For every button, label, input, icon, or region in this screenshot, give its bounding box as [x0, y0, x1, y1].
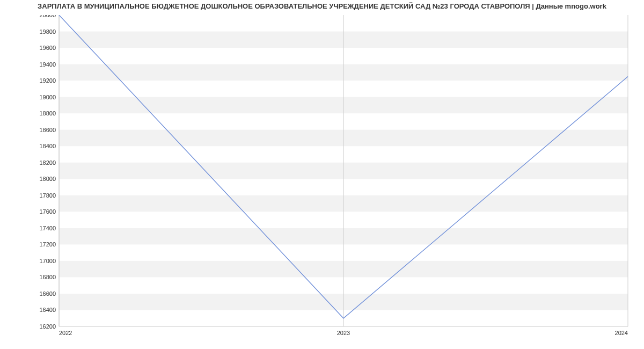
y-tick-label: 19600 [39, 45, 56, 51]
y-tick-label: 18800 [39, 110, 56, 117]
chart-container: ЗАРПЛАТА В МУНИЦИПАЛЬНОЕ БЮДЖЕТНОЕ ДОШКО… [0, 0, 644, 349]
y-tick-label: 17200 [39, 241, 56, 248]
y-tick-label: 16200 [39, 323, 56, 330]
x-tick-label: 2022 [59, 330, 72, 336]
x-tick-label: 2023 [337, 330, 350, 336]
y-tick-label: 18400 [39, 143, 56, 149]
y-tick-label: 19200 [39, 77, 56, 84]
chart-title: ЗАРПЛАТА В МУНИЦИПАЛЬНОЕ БЮДЖЕТНОЕ ДОШКО… [0, 2, 644, 10]
y-tick-label: 20000 [39, 15, 56, 18]
x-tick-label: 2024 [615, 330, 628, 336]
y-tick-label: 18000 [39, 176, 56, 182]
y-tick-label: 18600 [39, 127, 56, 133]
plot-area: 1620016400166001680017000172001740017600… [38, 15, 633, 326]
chart-svg: 1620016400166001680017000172001740017600… [38, 15, 633, 343]
y-tick-label: 16400 [39, 307, 56, 313]
y-tick-label: 19800 [39, 28, 56, 35]
y-tick-label: 16800 [39, 274, 56, 280]
y-tick-label: 17400 [39, 225, 56, 231]
y-tick-label: 17800 [39, 192, 56, 199]
y-tick-label: 19000 [39, 94, 56, 100]
y-tick-label: 17000 [39, 258, 56, 264]
y-tick-label: 18200 [39, 159, 56, 166]
y-tick-label: 19400 [39, 61, 56, 68]
y-tick-label: 16600 [39, 290, 56, 297]
y-tick-label: 17600 [39, 208, 56, 215]
